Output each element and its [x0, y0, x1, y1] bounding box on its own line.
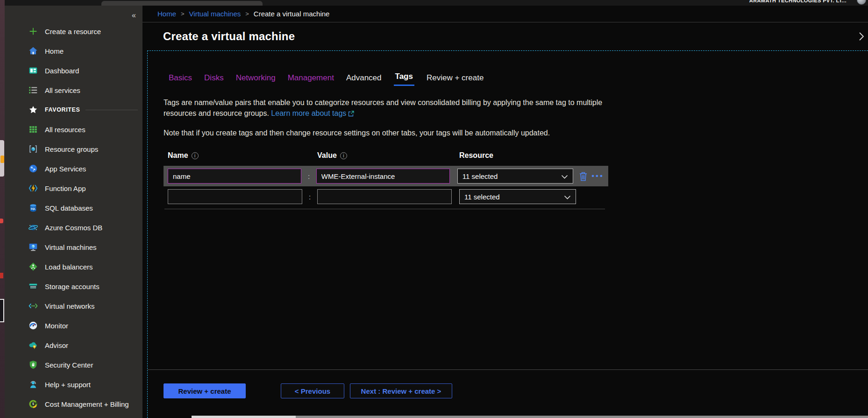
- column-header-resource: Resource: [459, 151, 493, 160]
- sidebar-item-all-services[interactable]: All services: [5, 80, 142, 100]
- desktop-icon-fragment: [0, 273, 3, 278]
- sidebar-item-sql-databases[interactable]: SQL SQL databases: [5, 198, 142, 218]
- name-header-label: Name: [168, 151, 188, 160]
- person-icon: [28, 379, 38, 390]
- svg-text:SQL: SQL: [31, 207, 36, 210]
- breadcrumb-virtual-machines-link[interactable]: Virtual machines: [189, 10, 241, 18]
- row-actions: •••: [579, 171, 604, 181]
- donut-icon: $: [28, 399, 38, 409]
- sidebar-item-advisor[interactable]: Advisor: [5, 335, 142, 355]
- monitor-icon: [28, 242, 38, 252]
- sidebar-item-app-services[interactable]: App Services: [5, 159, 142, 178]
- sidebar-item-label: SQL databases: [45, 204, 93, 212]
- bottom-window-edge: [192, 416, 296, 418]
- browser-tab[interactable]: [101, 1, 263, 6]
- resource-dropdown[interactable]: 11 selected: [457, 169, 573, 184]
- sidebar-item-label: Virtual networks: [45, 302, 94, 310]
- next-button[interactable]: Next : Review + create >: [350, 383, 452, 398]
- resource-dropdown[interactable]: 11 selected: [459, 189, 576, 204]
- sidebar-item-virtual-networks[interactable]: Virtual networks: [5, 296, 142, 316]
- resource-dropdown-value: 11 selected: [462, 172, 498, 180]
- tag-name-input[interactable]: [168, 169, 301, 184]
- more-options-icon[interactable]: •••: [591, 174, 604, 178]
- sidebar-item-label: All resources: [45, 126, 85, 134]
- info-icon[interactable]: i: [340, 152, 347, 159]
- tab-tags[interactable]: Tags: [394, 72, 414, 86]
- column-header-name: Namei: [168, 151, 317, 160]
- desktop-launcher-fragment: [0, 140, 4, 177]
- sidebar-item-label: Create a resource: [45, 28, 101, 35]
- plus-icon: [28, 26, 38, 36]
- sidebar-item-label: Help + support: [45, 381, 91, 389]
- sidebar-item-label: App Services: [45, 165, 86, 173]
- azure-portal-screen: ARAMATH TECHNOLOGIES PVT. LT... « Create…: [0, 0, 868, 418]
- planet-icon: [28, 222, 38, 233]
- diamond-icon: [28, 262, 38, 272]
- value-header-label: Value: [317, 151, 337, 160]
- storage-icon: [28, 281, 38, 291]
- breadcrumb-home-link[interactable]: Home: [157, 10, 176, 18]
- gauge-icon: [28, 320, 38, 331]
- sidebar-item-security-center[interactable]: Security Center: [5, 355, 142, 375]
- lightning-icon: [28, 183, 38, 193]
- network-brackets-icon: [28, 301, 38, 311]
- bottom-window-edge: [296, 416, 868, 418]
- sidebar-item-label: All services: [45, 86, 80, 94]
- page-header: Create a virtual machine: [142, 22, 868, 50]
- shield-icon: [28, 360, 38, 370]
- wizard-tabs: Basics Disks Networking Management Advan…: [169, 72, 868, 86]
- account-avatar[interactable]: [857, 0, 866, 5]
- sidebar-item-label: Function App: [45, 184, 86, 192]
- star-icon: [28, 105, 38, 115]
- info-icon[interactable]: i: [192, 152, 199, 159]
- delete-row-icon[interactable]: [579, 171, 588, 181]
- tab-management[interactable]: Management: [288, 73, 334, 86]
- sidebar-item-create-a-resource[interactable]: Create a resource: [5, 21, 142, 41]
- cloud-badge-icon: [28, 340, 38, 350]
- review-create-button[interactable]: Review + create: [164, 383, 246, 398]
- tab-basics[interactable]: Basics: [169, 73, 192, 86]
- tag-name-input[interactable]: [168, 189, 302, 204]
- top-bar: ARAMATH TECHNOLOGIES PVT. LT...: [5, 0, 868, 6]
- sidebar-favorites-header: FAVORITES: [5, 100, 142, 120]
- tag-value-input[interactable]: [316, 169, 450, 184]
- sidebar-item-function-app[interactable]: Function App: [5, 178, 142, 198]
- sidebar-item-cost-management-billing[interactable]: $ Cost Management + Billing: [5, 394, 142, 414]
- list-icon: [28, 85, 38, 95]
- external-link-icon: [348, 109, 354, 120]
- sidebar-item-azure-cosmos-db[interactable]: Azure Cosmos DB: [5, 218, 142, 237]
- chevron-down-icon: [561, 172, 568, 180]
- footer-divider: [148, 369, 868, 370]
- sidebar-item-dashboard[interactable]: Dashboard: [5, 61, 142, 80]
- expand-chevron-icon[interactable]: [858, 31, 865, 44]
- tag-row-2: : 11 selected: [164, 186, 868, 207]
- tab-review-create[interactable]: Review + create: [427, 73, 484, 86]
- chevron-down-icon: [564, 193, 571, 201]
- learn-more-link[interactable]: Learn more about tags: [271, 109, 346, 117]
- create-vm-panel: Basics Disks Networking Management Advan…: [147, 50, 868, 418]
- colon-separator: :: [301, 172, 316, 180]
- sidebar-item-monitor[interactable]: Monitor: [5, 316, 142, 335]
- resource-dropdown-value: 11 selected: [464, 193, 500, 201]
- tag-value-input[interactable]: [317, 189, 452, 204]
- sidebar-item-help-support[interactable]: Help + support: [5, 375, 142, 394]
- tenant-name: ARAMATH TECHNOLOGIES PVT. LT...: [749, 0, 847, 3]
- cube-brackets-icon: [28, 144, 38, 154]
- tab-disks[interactable]: Disks: [204, 73, 224, 86]
- favorites-label: FAVORITES: [45, 106, 80, 113]
- svg-text:$: $: [32, 402, 34, 405]
- sidebar-item-virtual-machines[interactable]: Virtual machines: [5, 237, 142, 257]
- tab-networking[interactable]: Networking: [236, 73, 276, 86]
- sidebar-item-resource-groups[interactable]: Resource groups: [5, 139, 142, 159]
- sidebar-item-load-balancers[interactable]: Load balancers: [5, 257, 142, 276]
- previous-button[interactable]: < Previous: [281, 383, 344, 398]
- sidebar-item-label: Azure Cosmos DB: [45, 224, 102, 232]
- sidebar-item-all-resources[interactable]: All resources: [5, 120, 142, 139]
- tag-row-1: : 11 selected •••: [164, 166, 608, 186]
- tags-note: Note that if you create tags and then ch…: [164, 129, 868, 137]
- sidebar-collapse-icon[interactable]: «: [132, 11, 136, 20]
- sidebar-item-home[interactable]: Home: [5, 41, 142, 61]
- dashboard-icon: [28, 65, 38, 76]
- sidebar-item-storage-accounts[interactable]: Storage accounts: [5, 276, 142, 296]
- tab-advanced[interactable]: Advanced: [346, 73, 382, 86]
